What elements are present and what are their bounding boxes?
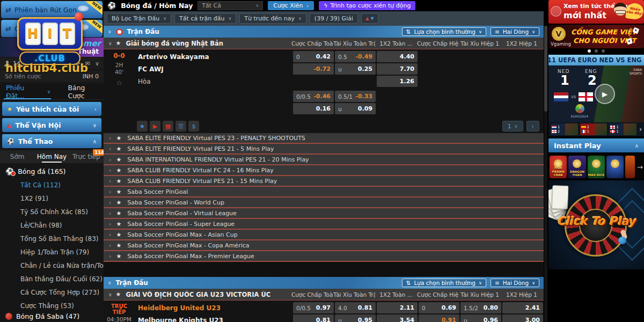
star-icon[interactable]: ★ <box>116 253 121 260</box>
scrollbar-thumb[interactable] <box>544 26 547 112</box>
star-icon[interactable]: ★ <box>116 156 121 163</box>
odds-cell[interactable]: u 0.96 <box>460 314 501 322</box>
odds-cell[interactable]: -0.72 <box>293 63 334 75</box>
sidebar-item-football[interactable]: ⚽ Bóng đá (165) <box>0 165 104 178</box>
league-count-button[interactable]: (39 / 39) Giải <box>310 13 358 24</box>
more-games-arrow[interactable]: → <box>637 163 643 171</box>
normal-selection-select[interactable]: ⇅ Lựa chọn bình thường ∨ <box>402 27 486 36</box>
odds-cell[interactable]: 3.00 <box>502 314 543 322</box>
tab-live[interactable]: Trực tiếp 114 <box>69 150 104 163</box>
sports-button[interactable]: ⚽ Thể Thao ∧ <box>2 134 101 148</box>
menu-item-mix-parlay[interactable]: Cá Cược Tổng Hợp (273) <box>0 286 104 299</box>
favorites-button[interactable]: ★ Yêu thích của tôi › <box>2 102 101 116</box>
collapse-chevron-icon[interactable]: ∨ <box>108 41 112 46</box>
league-row[interactable]: › ★ SABA INTERNATIONAL FRIENDLY Virtual … <box>104 155 544 165</box>
tab-bet-slip[interactable]: Phiếu Đặt... ∨ <box>6 84 50 100</box>
sort-button[interactable]: ▲ ▼ <box>361 13 378 24</box>
instant-play-header[interactable]: Instant Play ∧ <box>548 138 644 152</box>
odds-cell[interactable]: 2.41 <box>502 302 543 313</box>
menu-item-ht-ft[interactable]: Hiệp 1/Toàn Trận (79) <box>0 246 104 259</box>
game-lottery[interactable] <box>606 156 624 178</box>
odds-cell[interactable]: u 0.25 <box>335 63 376 75</box>
highlight-card[interactable]: 2 1 <box>580 123 608 135</box>
league-row[interactable]: › ★ Saba Soccer PinGoal Max - Premier Le… <box>104 251 544 262</box>
odds-cell[interactable]: u 0.95 <box>335 314 376 322</box>
next-highlights-button[interactable]: › <box>639 126 642 133</box>
league-row[interactable]: › ★ SABA CLUB FRIENDLY Virtual FC 24 - 1… <box>104 165 544 176</box>
vertical-scrollbar[interactable] <box>544 26 547 322</box>
star-icon[interactable]: ★ <box>116 210 121 217</box>
league-row[interactable]: › ★ SABA CLUB FRIENDLY Virtual PES 21 - … <box>104 176 544 187</box>
star-icon[interactable]: ★ <box>116 188 121 195</box>
highlight-card[interactable]: 1 2 <box>551 123 578 135</box>
tab-bet-board[interactable]: Bảng Cược <box>68 84 104 100</box>
vgaming-banner[interactable]: V Vgaming CỔNG GAME VIỆT CHO NGƯỜI VIỆT <box>548 25 644 48</box>
league-row[interactable]: › ★ Saba Soccer PinGoal <box>104 187 544 197</box>
highlight-card[interactable]: 1 1 <box>609 123 636 135</box>
parlay-button[interactable]: Cược Xiên › <box>268 1 314 10</box>
odds-cell[interactable]: 0.91 <box>419 314 459 322</box>
two-rows-select[interactable]: ≡ Hai Dòng ∨ <box>491 27 539 36</box>
league-row[interactable]: › ★ Saba Soccer PinGoal Max - Copa Améri… <box>104 240 544 251</box>
favorite-button[interactable]: ★ <box>137 121 148 131</box>
auto-parlay-button[interactable]: ϟ Trình tạo cược xiên tự động <box>319 1 415 10</box>
odds-cell[interactable]: 0/0.5 -0.46 <box>293 91 334 102</box>
odds-cell[interactable]: 0/0.5 0.97 <box>293 302 334 313</box>
odds-cell[interactable]: 0.16 <box>293 103 334 114</box>
highlight-video-card[interactable]: NED ENG 1 2 VS EURO2024 ▶ SABA SPORTS <box>548 65 644 122</box>
star-icon[interactable]: ★ <box>116 135 121 142</box>
star-icon[interactable]: ★ <box>116 199 121 206</box>
collapse-chevron-icon[interactable]: ∨ <box>108 292 112 297</box>
game-fish-prawn-crab[interactable]: FISH PRAWN CRAB <box>550 156 567 178</box>
league-row[interactable]: › ★ SABA ELITE FRIENDLY Virtual PES 23 -… <box>104 133 544 144</box>
league-row[interactable]: › ★ Saba Soccer PinGoal Max - Asian Cup <box>104 230 544 240</box>
odds-cell[interactable]: 3.54 <box>377 314 418 322</box>
odds-cell[interactable]: 4.0 0.81 <box>335 302 376 313</box>
menu-item-half-odd-even[interactable]: Chẵn / Lẻ của Nửa trận/To... (72) <box>0 259 104 273</box>
carousel-dot[interactable] <box>595 49 598 53</box>
menu-item-odd-even[interactable]: Lẻ/Chẵn (98) <box>0 219 104 232</box>
league-row[interactable]: › ★ SABA ELITE FRIENDLY Virtual PES 21 -… <box>104 144 544 155</box>
cashout-button[interactable]: $ <box>188 121 199 131</box>
casino-promo-banner[interactable]: Click To Play <box>548 180 644 269</box>
odds-cell[interactable]: 1.26 <box>377 76 418 87</box>
game-more[interactable] <box>625 156 635 178</box>
all-filter-select[interactable]: Tất Cả ∨ <box>197 1 263 10</box>
menu-item-correct-score[interactable]: Tỷ Số Chính Xác (85) <box>0 206 104 219</box>
odds-cell[interactable]: 2.11 <box>377 302 418 313</box>
odds-cell[interactable]: u 0.09 <box>335 103 376 114</box>
odds-cell[interactable]: 0.5 -0.49 <box>335 51 376 62</box>
star-icon[interactable]: ★ <box>116 291 121 298</box>
star-icon[interactable]: ★ <box>116 40 121 47</box>
all-matches-select[interactable]: Tất cả trận đấu ∨ <box>174 13 236 24</box>
live-stream-button[interactable]: ▶ <box>150 121 160 131</box>
page-select[interactable]: 1 ∨ <box>502 121 523 131</box>
odds-cell[interactable]: 0.81 <box>293 314 334 322</box>
carousel-dot[interactable] <box>588 49 591 53</box>
live-center-button[interactable]: ▦ <box>163 121 173 131</box>
two-rows-select[interactable]: ≡ Hai Dòng ∨ <box>491 279 539 287</box>
match-filter-select[interactable]: Bộ Lọc Trận Đấu ∨ <box>107 13 171 24</box>
favorite-star-icon[interactable]: ☆ <box>104 79 135 87</box>
game-dragon-tiger[interactable]: DRAGON TIGER <box>568 156 586 178</box>
news-banner[interactable]: Xem tin tức thể thao mới nhất Nhấn vào đ… <box>548 0 644 24</box>
stats-button[interactable]: ☰ <box>175 121 186 131</box>
sidebar-item-saba-football[interactable]: Bóng Đá Saba (47) <box>0 311 104 322</box>
odds-cell[interactable]: 4.40 <box>377 51 418 62</box>
odds-cell[interactable]: 7.70 <box>377 63 418 75</box>
league-row[interactable]: › ★ Saba Soccer PinGoal - World Cup <box>104 197 544 208</box>
odds-cell[interactable]: 0 0.42 <box>293 51 334 62</box>
menu-item-total-goals[interactable]: Tổng Số Bàn Thắng (83) <box>0 232 104 246</box>
star-icon[interactable]: ★ <box>116 145 121 152</box>
menu-item-all[interactable]: Tất Cả (112) <box>0 179 104 192</box>
collapse-chevron-icon[interactable]: ∨ <box>108 280 112 286</box>
odds-cell[interactable]: 0.5/1 -0.33 <box>335 91 376 102</box>
star-icon[interactable]: ★ <box>116 178 121 185</box>
menu-item-first-last-goal[interactable]: Bàn thắng Đầu/ Cuối (62) <box>0 273 104 286</box>
game-max-dice[interactable]: MAX DICE <box>588 156 605 178</box>
normal-selection-select[interactable]: ⇅ Lựa chọn bình thường ∨ <box>402 279 486 287</box>
star-icon[interactable]: ★ <box>116 231 121 238</box>
odds-cell[interactable]: 0 0.69 <box>419 302 459 313</box>
chevron-down-icon[interactable]: ∨ <box>95 60 99 67</box>
carousel-dot[interactable] <box>602 49 605 53</box>
